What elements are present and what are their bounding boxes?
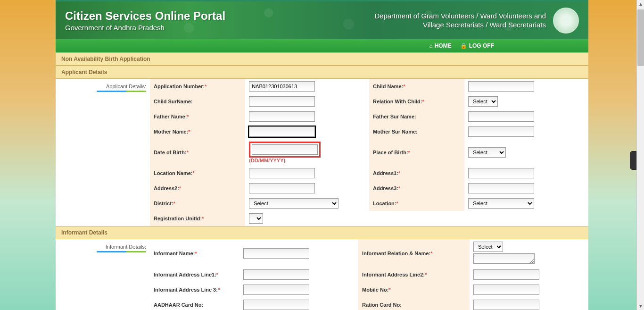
label-address1: Address1:* xyxy=(369,166,464,181)
child-surname-field[interactable] xyxy=(249,96,315,107)
label-informant-name: Informant Name:* xyxy=(150,239,239,267)
underline-decor xyxy=(97,91,146,92)
informant-relation-name-field[interactable] xyxy=(473,253,535,264)
ration-card-field[interactable] xyxy=(473,300,539,310)
place-birth-select[interactable]: Select xyxy=(468,147,506,158)
label-district: District:* xyxy=(150,196,245,211)
address2-field[interactable] xyxy=(249,183,315,193)
label-child-surname: Child SurName: xyxy=(150,94,245,109)
label-reg-unitid: Registration UnitId:* xyxy=(150,211,245,226)
dob-format-note: (DD/MM/YYYY) xyxy=(249,158,285,163)
portal-title: Citizen Services Online Portal xyxy=(65,9,225,23)
informant-relation-select[interactable]: Select xyxy=(473,242,503,252)
informant-details-bar: Informant Details xyxy=(56,226,588,239)
portal-subtitle: Government of Andhra Pradesh xyxy=(65,24,225,32)
side-tab-widget[interactable] xyxy=(630,151,636,170)
header-right: Department of Gram Volunteers / Ward Vol… xyxy=(374,8,579,34)
informant-form: Informant Details: Informant Name:* Info… xyxy=(56,239,588,310)
label-location-name: Location Name:* xyxy=(150,166,245,181)
label-dob: Date of Birth:* xyxy=(150,139,245,166)
reg-unitid-select[interactable] xyxy=(249,213,263,224)
application-number-field[interactable] xyxy=(249,81,315,92)
label-informant-addr1: Informant Address Line1:* xyxy=(150,267,239,282)
mobile-no-field[interactable] xyxy=(473,285,539,295)
label-mother-name: Mother Name:* xyxy=(150,124,245,139)
location-select[interactable]: Select xyxy=(468,198,534,209)
address3-field[interactable] xyxy=(468,183,534,193)
informant-addr3-field[interactable] xyxy=(243,285,309,295)
child-name-field[interactable] xyxy=(468,81,534,92)
district-select[interactable]: Select xyxy=(249,198,339,209)
label-informant-relation: Informant Relation & Name:* xyxy=(358,239,470,267)
aadhaar-field[interactable] xyxy=(243,300,309,310)
mother-name-field[interactable] xyxy=(249,126,315,137)
applicant-side-label: Applicant Details: xyxy=(58,84,146,91)
dob-field[interactable] xyxy=(252,144,318,155)
home-icon: ⌂ xyxy=(429,42,432,49)
state-seal-icon xyxy=(553,8,579,34)
vertical-scrollbar[interactable]: ▲ ▼ xyxy=(636,0,644,310)
dept-line1: Department of Gram Volunteers / Ward Vol… xyxy=(374,11,546,21)
lock-icon: 🔒 xyxy=(460,42,467,49)
label-address2: Address2:* xyxy=(150,181,245,196)
applicant-fields-table: Application Number:* Child Name:* Child … xyxy=(150,79,588,226)
applicant-side-col: Applicant Details: xyxy=(56,79,150,226)
informant-side-label: Informant Details: xyxy=(58,244,146,251)
applicant-details-bar: Applicant Details xyxy=(56,66,588,79)
relation-child-select[interactable]: Select xyxy=(468,96,498,107)
scroll-thumb[interactable] xyxy=(637,9,644,66)
label-mobile-no: Mobile No:* xyxy=(358,282,470,297)
label-child-name: Child Name:* xyxy=(369,79,464,94)
mother-surname-field[interactable] xyxy=(468,126,534,137)
logoff-label: LOG OFF xyxy=(469,42,494,49)
nav-bar: ⌂ HOME 🔒 LOG OFF xyxy=(56,39,588,52)
home-label: HOME xyxy=(435,42,452,49)
scroll-up-arrow-icon[interactable]: ▲ xyxy=(638,1,643,7)
label-location: Location:* xyxy=(369,196,464,211)
logoff-link[interactable]: 🔒 LOG OFF xyxy=(460,42,494,49)
label-place-birth: Place of Birth:* xyxy=(369,139,464,166)
label-father-surname: Father Sur Name: xyxy=(369,109,464,124)
page-title-bar: Non Availability Birth Application xyxy=(56,52,588,66)
informant-fields-table: Informant Name:* Informant Relation & Na… xyxy=(150,239,588,310)
label-application-number: Application Number:* xyxy=(150,79,245,94)
page-wrapper: Citizen Services Online Portal Governmen… xyxy=(56,0,588,310)
header-banner: Citizen Services Online Portal Governmen… xyxy=(56,1,588,39)
dob-highlight-box xyxy=(249,142,321,158)
location-name-field[interactable] xyxy=(249,168,315,178)
home-link[interactable]: ⌂ HOME xyxy=(429,42,451,49)
label-address3: Address3:* xyxy=(369,181,464,196)
informant-addr2-field[interactable] xyxy=(473,269,539,280)
informant-addr1-field[interactable] xyxy=(243,269,309,280)
header-left: Citizen Services Online Portal Governmen… xyxy=(65,9,225,32)
informant-name-field[interactable] xyxy=(243,248,309,259)
scroll-down-arrow-icon[interactable]: ▼ xyxy=(638,303,643,309)
label-informant-addr3: Informant Address Line 3:* xyxy=(150,282,239,297)
label-aadhaar: AADHAAR Card No: xyxy=(150,297,239,310)
label-relation-child: Relation With Child:* xyxy=(369,94,464,109)
applicant-form: Applicant Details: Application Number:* … xyxy=(56,79,588,226)
dept-line2: Village Secretariats / Ward Secretariats xyxy=(374,20,546,30)
label-mother-surname: Mother Sur Name: xyxy=(369,124,464,139)
label-father-name: Father Name:* xyxy=(150,109,245,124)
label-ration-card: Ration Card No: xyxy=(358,297,470,310)
underline-decor-2 xyxy=(97,251,146,252)
father-name-field[interactable] xyxy=(249,111,315,122)
label-informant-addr2: Informant Address Line2:* xyxy=(358,267,470,282)
father-surname-field[interactable] xyxy=(468,111,534,122)
department-text: Department of Gram Volunteers / Ward Vol… xyxy=(374,11,546,30)
informant-side-col: Informant Details: xyxy=(56,239,150,310)
address1-field[interactable] xyxy=(468,168,534,178)
